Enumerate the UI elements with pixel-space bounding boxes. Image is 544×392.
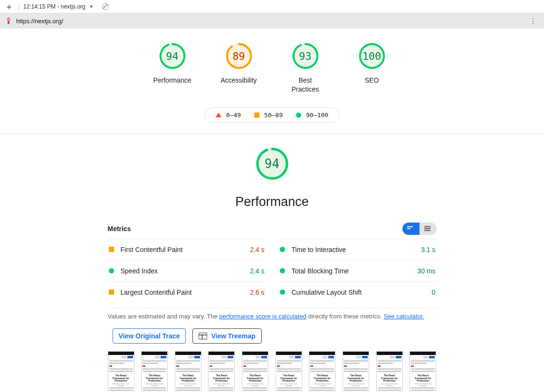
metric-value: 2.4 s <box>250 267 264 275</box>
metric-name: Time to Interactive <box>292 246 415 253</box>
legend-pass: 90–100 <box>296 112 328 119</box>
svg-rect-20 <box>424 230 430 231</box>
metric-name: Largest Contentful Paint <box>121 289 244 296</box>
legend-avg: 50–89 <box>254 112 283 119</box>
legend-avg-text: 50–89 <box>264 112 283 119</box>
metric-name: Cumulative Layout Shift <box>292 289 425 296</box>
score-legend: 0–49 50–89 90–100 <box>205 107 339 123</box>
treemap-icon <box>199 333 207 339</box>
svg-rect-19 <box>424 228 430 229</box>
filmstrip-thumb[interactable]: The React Framework for ProductionLorem … <box>208 351 235 392</box>
square-icon <box>109 289 114 295</box>
view-trace-label: View Original Trace <box>119 332 180 340</box>
filmstrip-thumb[interactable]: The React Framework for ProductionLorem … <box>141 351 168 392</box>
circle-icon <box>280 247 285 252</box>
gauge: 100 <box>358 42 386 70</box>
gauge-accessibility[interactable]: 89Accessibility <box>215 42 263 94</box>
svg-rect-21 <box>199 333 207 339</box>
gauge-score: 89 <box>225 42 253 70</box>
report-body: 94Performance89Accessibility93BestPracti… <box>0 28 544 392</box>
view-treemap-label: View Treemap <box>211 332 255 340</box>
score-summary: 94Performance89Accessibility93BestPracti… <box>0 28 544 103</box>
svg-rect-0 <box>8 19 10 20</box>
metric-row: First Contentful Paint2.4 s <box>108 239 266 260</box>
performance-title: Performance <box>235 195 309 209</box>
performance-section: 94 Performance Metrics First Contentful … <box>103 134 441 392</box>
gauge-label: SEO <box>365 76 379 85</box>
view-trace-button[interactable]: View Original Trace <box>113 328 186 344</box>
metric-row: Speed Index2.4 s <box>108 260 266 281</box>
filmstrip-thumb[interactable]: The React Framework for ProductionLorem … <box>108 351 134 392</box>
gauge: 94 <box>158 42 187 70</box>
metric-row: Total Blocking Time30 ms <box>279 260 437 281</box>
metric-row: Time to Interactive3.1 s <box>279 239 437 260</box>
performance-score: 94 <box>255 146 290 181</box>
circle-icon <box>280 268 285 273</box>
circle-icon <box>280 289 285 295</box>
metric-name: First Contentful Paint <box>121 246 244 253</box>
filmstrip-thumb[interactable]: The React Framework for ProductionLorem … <box>276 351 302 392</box>
metric-name: Speed Index <box>121 267 244 275</box>
svg-rect-18 <box>424 226 430 227</box>
metrics-title: Metrics <box>108 225 131 233</box>
tab-label: 12:14:15 PM - nextjs.org <box>23 3 86 10</box>
clear-icon[interactable] <box>102 3 109 10</box>
perf-score-link[interactable]: performance score is calculated <box>219 313 306 320</box>
metric-value: 3.1 s <box>421 246 435 253</box>
metric-value: 2.6 s <box>250 289 264 296</box>
divider <box>19 3 19 10</box>
svg-rect-16 <box>407 226 413 227</box>
svg-rect-17 <box>407 228 410 229</box>
legend-fail-text: 0–49 <box>226 112 241 119</box>
url-text: https://nextjs.org/ <box>16 18 63 25</box>
square-icon <box>254 112 259 118</box>
performance-gauge: 94 <box>255 146 290 181</box>
gauge-best-practices[interactable]: 93BestPractices <box>282 42 329 94</box>
filmstrip-thumb[interactable]: The React Framework for ProductionLorem … <box>242 351 268 392</box>
gauge-score: 93 <box>291 42 320 70</box>
url-bar: https://nextjs.org/ ⋮ <box>0 13 544 28</box>
toggle-detailed-view[interactable] <box>420 223 437 235</box>
filmstrip-thumb[interactable]: The React Framework for ProductionLorem … <box>376 351 403 392</box>
action-buttons: View Original Trace View Treemap <box>113 328 437 344</box>
filmstrip-thumb[interactable]: The React Framework for ProductionLorem … <box>175 351 201 392</box>
metric-value: 0 <box>432 289 436 296</box>
filmstrip-thumb[interactable]: The React Framework for ProductionLorem … <box>343 351 369 392</box>
gauge-label: Performance <box>153 76 191 85</box>
metrics-grid: First Contentful Paint2.4 sSpeed Index2.… <box>108 239 437 303</box>
gauge-performance[interactable]: 94Performance <box>149 42 196 94</box>
more-menu[interactable]: ⋮ <box>526 17 539 26</box>
triangle-icon <box>216 112 221 117</box>
metrics-view-toggle <box>402 223 437 235</box>
metrics-header: Metrics <box>108 223 437 239</box>
circle-icon <box>109 268 114 273</box>
legend-fail: 0–49 <box>216 112 241 119</box>
gauge: 89 <box>225 42 253 70</box>
metric-value: 2.4 s <box>250 246 264 253</box>
performance-header: 94 Performance <box>108 146 437 209</box>
gauge-label: Accessibility <box>220 76 257 85</box>
calculator-link[interactable]: See calculator. <box>383 313 424 320</box>
metric-name: Total Blocking Time <box>292 267 411 275</box>
metric-row: Cumulative Layout Shift0 <box>279 281 437 303</box>
gauge-score: 100 <box>358 42 386 70</box>
gauge: 93 <box>291 42 320 70</box>
gauge-seo[interactable]: 100SEO <box>348 42 396 94</box>
square-icon <box>109 247 114 252</box>
metric-row: Largest Contentful Paint2.6 s <box>108 281 266 303</box>
view-treemap-button[interactable]: View Treemap <box>192 328 261 344</box>
devtools-top-bar: ＋ 12:14:15 PM - nextjs.org ▼ <box>0 0 544 13</box>
filmstrip-thumb[interactable]: The React Framework for ProductionLorem … <box>410 351 436 392</box>
metrics-note: Values are estimated and may vary. The p… <box>108 308 437 320</box>
tab-dropdown[interactable]: ▼ <box>89 4 94 9</box>
lighthouse-icon <box>5 17 12 25</box>
filmstrip-thumb[interactable]: The React Framework for ProductionLorem … <box>309 351 335 392</box>
circle-icon <box>296 112 301 118</box>
filmstrip: The React Framework for ProductionLorem … <box>108 351 437 392</box>
new-tab-button[interactable]: ＋ <box>3 1 15 12</box>
gauge-label: BestPractices <box>292 76 319 94</box>
note-mid: directly from these metrics. <box>306 313 384 320</box>
gauge-score: 94 <box>158 42 187 70</box>
note-pre: Values are estimated and may vary. The <box>108 313 220 320</box>
toggle-summary-view[interactable] <box>402 223 420 235</box>
